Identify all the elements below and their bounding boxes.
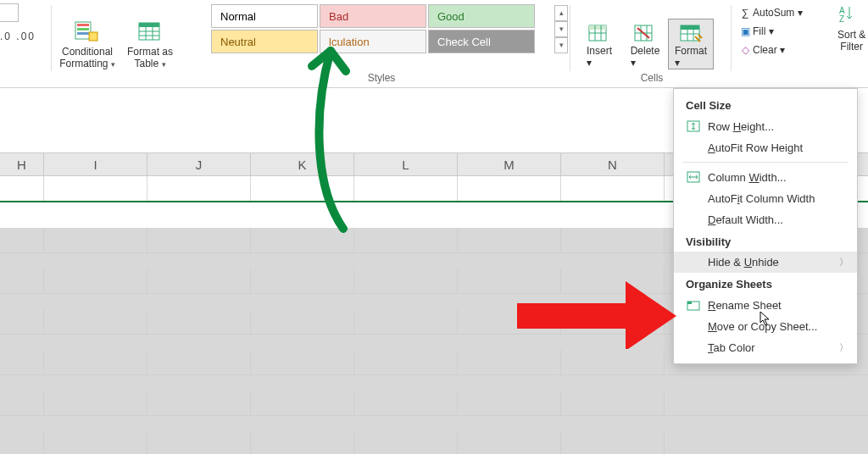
sort-filter-button[interactable]: AZ Sort & Filter — [837, 3, 865, 53]
delete-label: Delete — [631, 45, 660, 57]
delete-icon — [632, 23, 658, 45]
col-header-partial[interactable]: H — [0, 153, 44, 175]
rename-sheet-icon — [686, 298, 703, 312]
col-header-L[interactable]: L — [354, 153, 458, 175]
svg-rect-4 — [89, 32, 97, 41]
style-check-cell[interactable]: Check Cell — [428, 30, 535, 53]
styles-group-label: Styles — [210, 72, 553, 84]
conditional-formatting-label: Conditional Formatting ▾ — [59, 46, 115, 70]
submenu-arrow-icon: 〉 — [839, 341, 849, 354]
svg-rect-3 — [77, 32, 89, 35]
fill-button[interactable]: ▣Fill ▾ — [737, 22, 774, 41]
styles-big-buttons: Conditional Formatting ▾ Format as Table… — [56, 0, 200, 87]
svg-text:Z: Z — [839, 14, 844, 24]
menu-column-width[interactable]: Column Width... — [674, 166, 857, 188]
separator-2 — [570, 5, 570, 71]
styles-scroll-up-icon[interactable]: ▴ — [554, 5, 568, 21]
menu-autofit-row[interactable]: AutoFit Row Height — [674, 137, 857, 158]
svg-rect-1 — [77, 24, 89, 26]
mouse-cursor-icon — [760, 311, 771, 328]
insert-label: Insert — [587, 45, 612, 57]
svg-rect-6 — [139, 23, 159, 27]
conditional-formatting-icon — [74, 20, 101, 44]
styles-scrollbar[interactable]: ▴ ▾ ▾ — [554, 5, 568, 53]
format-label: Format — [675, 45, 707, 57]
svg-rect-22 — [681, 25, 699, 30]
editing-group: ∑AutoSum ▾ ▣Fill ▾ ◇Clear ▾ — [737, 0, 831, 87]
menu-tab-color[interactable]: Tab Color 〉 — [674, 337, 857, 358]
ribbon: .0 .00 Conditional Formatting ▾ — [0, 0, 868, 88]
conditional-formatting-button[interactable]: Conditional Formatting ▾ — [56, 17, 119, 70]
style-normal[interactable]: Normal — [211, 4, 318, 28]
eraser-icon: ◇ — [737, 44, 753, 56]
sort-filter-icon: AZ — [837, 3, 860, 25]
svg-rect-2 — [77, 28, 89, 30]
column-width-icon — [686, 170, 703, 184]
styles-more-icon[interactable]: ▾ — [554, 37, 568, 53]
menu-row-height-label: Row Height... — [708, 120, 774, 133]
format-as-table-button[interactable]: Format as Table ▾ — [119, 17, 181, 70]
cells-group-label: Cells — [576, 72, 727, 84]
row-height-icon — [686, 119, 703, 133]
svg-rect-31 — [687, 302, 692, 304]
menu-default-width[interactable]: Default Width... — [674, 209, 857, 230]
style-bad[interactable]: Bad — [320, 4, 426, 28]
col-header-K[interactable]: K — [251, 153, 354, 175]
style-good[interactable]: Good — [428, 4, 535, 28]
col-header-J[interactable]: J — [147, 153, 251, 175]
menu-hide-unhide[interactable]: Hide & Unhide 〉 — [674, 252, 857, 273]
style-calculation[interactable]: lculation — [320, 30, 426, 53]
menu-divider-1 — [682, 162, 849, 163]
styles-scroll-down-icon[interactable]: ▾ — [554, 21, 568, 37]
sigma-icon: ∑ — [737, 7, 753, 19]
col-header-N[interactable]: N — [561, 153, 665, 175]
autosum-button[interactable]: ∑AutoSum ▾ — [737, 3, 803, 22]
clear-button[interactable]: ◇Clear ▾ — [737, 41, 785, 59]
sort-filter-label: Sort & Filter — [837, 29, 865, 53]
style-neutral[interactable]: Neutral — [211, 30, 318, 53]
insert-button[interactable]: Insert▾ — [576, 19, 622, 69]
delete-button[interactable]: Delete▾ — [622, 19, 668, 69]
separator-1 — [51, 5, 52, 71]
format-icon — [678, 23, 704, 45]
col-header-M[interactable]: M — [458, 153, 561, 175]
col-header-I[interactable]: I — [44, 153, 147, 175]
menu-section-organize: Organize Sheets — [674, 273, 857, 294]
format-as-table-label: Format as Table ▾ — [127, 46, 173, 70]
number-group: .0 .00 — [0, 0, 47, 87]
svg-rect-12 — [589, 25, 606, 30]
number-format-box[interactable] — [0, 3, 19, 22]
fill-icon: ▣ — [737, 25, 753, 37]
menu-section-visibility: Visibility — [674, 230, 857, 252]
format-button[interactable]: Format▾ — [668, 19, 714, 69]
menu-row-height[interactable]: Row Height... — [674, 115, 857, 137]
menu-autofit-column[interactable]: AutoFit Column Width — [674, 188, 857, 209]
format-as-table-icon — [136, 20, 164, 44]
insert-icon — [587, 23, 612, 45]
submenu-arrow-icon: 〉 — [839, 256, 849, 269]
separator-3 — [731, 5, 732, 71]
decimal-icons[interactable]: .0 .00 — [0, 30, 36, 42]
cell-styles-gallery[interactable]: Normal Bad Good Neutral lculation Check … — [210, 3, 553, 54]
menu-section-cell-size: Cell Size — [674, 94, 857, 115]
